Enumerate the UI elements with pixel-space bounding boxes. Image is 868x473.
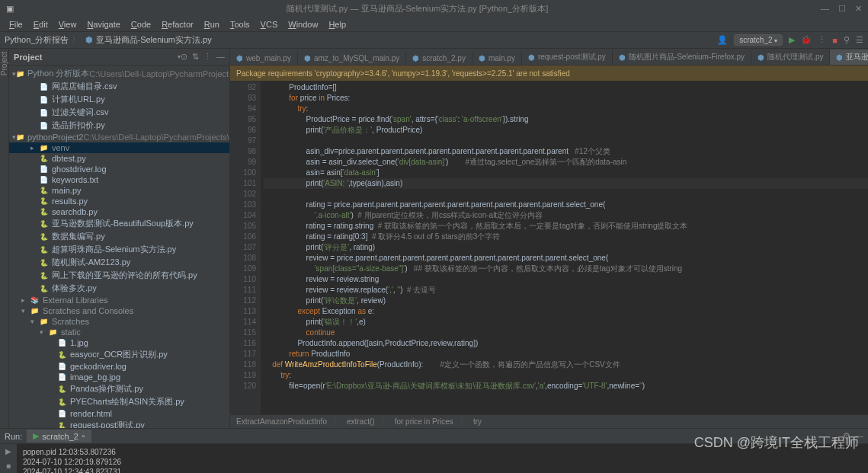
more-run-icon[interactable]: ⋮ (818, 35, 826, 45)
menu-window[interactable]: Window (283, 18, 322, 30)
run-toolbar: ▶ ■ ⇊ ↩ 🖶 ⊘ 🗑 (0, 444, 17, 473)
menu-vcs[interactable]: VCS (256, 18, 283, 30)
tree-item[interactable]: 🐍Pandas操作测试.py (9, 382, 229, 395)
toolbar: Python_分析报告〉 ⬢ 亚马逊商品-Selenium实方法.py 👤 sc… (0, 32, 868, 49)
tree-item[interactable]: 🐍searchdb.py (9, 206, 229, 217)
run-hide-icon[interactable]: — (855, 431, 863, 441)
menu-tools[interactable]: Tools (226, 18, 255, 30)
tree-item[interactable]: 🐍亚马逊数据测试-BeautifulSoup版本.py (9, 217, 229, 230)
tree-item[interactable]: 🐍dbtest.py (9, 153, 229, 164)
close-icon[interactable]: ✕ (855, 4, 862, 14)
breadcrumb-segment[interactable]: try (473, 417, 482, 426)
line-gutter[interactable]: 9293949596979899100101102103104105106107… (230, 81, 261, 414)
tree-item[interactable]: 📄image_bg.jpg (9, 372, 229, 382)
run-output[interactable]: popen.pid 12:03:53.8072362024-07-10 12:2… (17, 444, 868, 473)
editor-tab[interactable]: ⬢web_main.py (230, 52, 298, 65)
tree-item[interactable]: 📄ghostdriver.log (9, 164, 229, 174)
settings-icon[interactable]: ☰ (856, 35, 863, 45)
editor-tabs: ⬢web_main.py⬢amz_to_MySQL_main.py⬢scratc… (230, 49, 868, 66)
project-panel-title: Project (14, 53, 175, 62)
menu-edit[interactable]: Edit (29, 18, 53, 30)
app-icon: ▣ (6, 4, 14, 14)
tree-item[interactable]: ▾📁static (9, 327, 229, 337)
user-icon[interactable]: 👤 (717, 35, 728, 45)
project-tree[interactable]: ▾📁Python 分析版本 C:\Users\Dell-Laptop\Pycha… (9, 66, 229, 428)
tree-item[interactable]: 📄选品折扣价.py (9, 119, 229, 132)
run-settings-icon[interactable]: ⚙ (843, 431, 850, 441)
run-config-select[interactable]: scratch_2 ▾ (734, 34, 783, 46)
tree-item[interactable]: 🐍request-post测试.py (9, 419, 229, 428)
run-icon[interactable]: ▶ (789, 35, 795, 45)
menubar: FileEditViewNavigateCodeRefactorRunTools… (0, 17, 868, 32)
tree-item[interactable]: ▾📁Python 分析版本 C:\Users\Dell-Laptop\Pycha… (9, 67, 229, 80)
requirements-warning: Package requirements 'cryptography>=3.4.… (230, 66, 868, 81)
rerun-icon[interactable]: ▶ (3, 447, 14, 457)
titlebar: ▣ 随机代理测试.py — 亚马逊商品-Selenium实方法.py [Pyth… (0, 0, 868, 17)
stop-icon[interactable]: ■ (832, 36, 838, 45)
editor-tab[interactable]: ⬢main.py (472, 52, 522, 65)
breadcrumb-segment[interactable]: for price in Prices (395, 417, 453, 426)
tree-item[interactable]: ▸📚External Libraries (9, 295, 229, 305)
tree-item[interactable]: 📄1.jpg (9, 337, 229, 348)
locate-icon[interactable]: ⊙ (181, 52, 187, 62)
tree-item[interactable]: 📄过滤关键词.csv (9, 106, 229, 119)
tree-item[interactable]: 🐍PYECharts绘制ASIN关系图.py (9, 395, 229, 408)
tree-item[interactable]: 📄geckodriver.log (9, 361, 229, 372)
tree-item[interactable]: 🐍超算明珠商品-Selenium实方法.py (9, 243, 229, 256)
tree-item[interactable]: 🐍随机测试-AM2123.py (9, 256, 229, 269)
menu-help[interactable]: Help (324, 18, 351, 30)
editor-tab[interactable]: ⬢scratch_2.py (406, 52, 472, 65)
collapse-icon[interactable]: ⋮ (203, 52, 212, 62)
maximize-icon[interactable]: ☐ (838, 4, 846, 14)
tree-item[interactable]: 🐍体验多次.py (9, 282, 229, 295)
tree-item[interactable]: ▾📁Scratches and Consoles (9, 305, 229, 316)
editor-area: ⬢web_main.py⬢amz_to_MySQL_main.py⬢scratc… (230, 49, 868, 428)
code-editor[interactable]: ProductInfo=[] for price in Prices: try:… (261, 81, 868, 414)
editor-tab[interactable]: ⬢随机图片商品-Selenium-Firefox.py (613, 50, 751, 65)
tree-item[interactable]: ▾📁pythonProject2 C:\Users\Dell-Laptop\Py… (9, 132, 229, 142)
editor-tab[interactable]: ⬢随机代理测试.py (751, 50, 830, 65)
tree-item[interactable]: 🐍数据集编写.py (9, 230, 229, 243)
tree-item[interactable]: 🐍main.py (9, 185, 229, 196)
tree-item[interactable]: 🐍easyocr_OCR图片识别.py (9, 348, 229, 361)
menu-code[interactable]: Code (127, 18, 155, 30)
tree-item[interactable]: 🐍results.py (9, 196, 229, 206)
tree-item[interactable]: ▾📁Scratches (9, 316, 229, 327)
left-gutter: Project (0, 49, 9, 428)
tree-item[interactable]: 📄网店店铺目录.csv (9, 80, 229, 93)
tree-item[interactable]: 📄keywords.txt (9, 174, 229, 185)
tree-item[interactable]: 📄render.html (9, 408, 229, 419)
window-title: 随机代理测试.py — 亚马逊商品-Selenium实方法.py [Python… (14, 3, 821, 14)
minimize-icon[interactable]: — (821, 4, 829, 14)
editor-breadcrumb[interactable]: ExtractAmazonProductInfo〉extract()〉for p… (230, 414, 868, 428)
menu-run[interactable]: Run (200, 18, 224, 30)
expand-icon[interactable]: ⇅ (192, 52, 199, 62)
editor-tab[interactable]: ⬢request-post测试.py (522, 50, 613, 65)
tree-item[interactable]: ▸📁venv (9, 142, 229, 153)
editor-tab[interactable]: ⬢amz_to_MySQL_main.py (298, 52, 406, 65)
tree-item[interactable]: 🐍网上下载的亚马逊的评论的所有代码.py (9, 269, 229, 282)
editor-tab[interactable]: ⬢亚马逊商品-Selenium实方法.py (830, 50, 868, 65)
run-label: Run: (5, 432, 22, 441)
menu-file[interactable]: File (5, 18, 27, 30)
breadcrumb-segment[interactable]: ExtractAmazonProductInfo (236, 417, 327, 426)
stop-run-icon[interactable]: ■ (3, 462, 14, 471)
breadcrumb-segment[interactable]: extract() (347, 417, 375, 426)
hide-icon[interactable]: — (216, 52, 225, 62)
menu-navigate[interactable]: Navigate (82, 18, 124, 30)
search-icon[interactable]: ⚲ (844, 35, 850, 45)
project-tool-label[interactable]: Project (0, 52, 8, 75)
breadcrumb[interactable]: Python_分析报告〉 ⬢ 亚马逊商品-Selenium实方法.py (5, 34, 212, 46)
tree-item[interactable]: 📄计算机URL.py (9, 93, 229, 106)
run-tab[interactable]: ▶scratch_2 × (27, 430, 91, 443)
debug-icon[interactable]: 🐞 (801, 35, 812, 45)
run-panel: Run: ▶scratch_2 × ⚙ — ▶ ■ ⇊ ↩ 🖶 ⊘ 🗑 pope… (0, 428, 868, 473)
menu-view[interactable]: View (54, 18, 82, 30)
project-panel: Project ▾ ⊙ ⇅ ⋮ — ▾📁Python 分析版本 C:\Users… (9, 49, 230, 428)
menu-refactor[interactable]: Refactor (157, 18, 198, 30)
